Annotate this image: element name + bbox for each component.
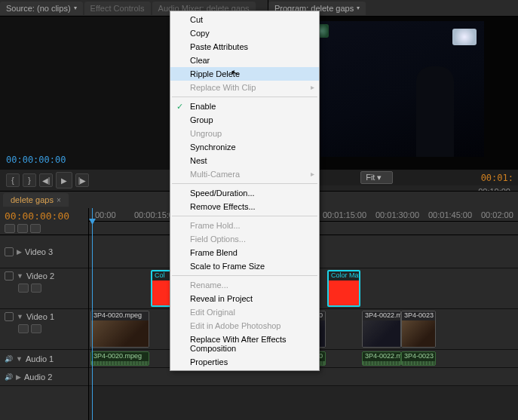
speaker-icon[interactable]: 🔊 [5, 355, 13, 363]
menu-item-multi-camera: Multi-Camera [170, 167, 319, 181]
clip-video[interactable]: 3P4-0020.mpeg [90, 311, 149, 348]
menu-item-frame-hold: Frame Hold... [170, 219, 319, 232]
eye-icon[interactable] [5, 312, 14, 321]
menu-item-replace-with-clip: Replace With Clip [170, 81, 319, 94]
menu-item-label: Speed/Duration... [190, 189, 255, 198]
menu-item-ungroup: Ungroup [170, 127, 319, 140]
menu-item-properties[interactable]: Properties [170, 355, 319, 369]
clip-label: 3P4-0022.m [363, 311, 400, 320]
eye-icon[interactable] [5, 271, 14, 281]
menu-item-group[interactable]: Group [170, 113, 319, 127]
menu-item-label: Enable [190, 102, 216, 111]
collapse-icon[interactable]: ▼ [16, 355, 23, 363]
menu-item-label: Edit Original [190, 308, 235, 317]
playhead[interactable] [92, 208, 93, 420]
track-label: Video 1 [26, 312, 54, 321]
menu-item-label: Clear [190, 56, 210, 65]
menu-item-label: Paste Attributes [190, 42, 248, 51]
clip-audio[interactable]: 3P4-0022.m [362, 351, 401, 366]
menu-item-rename: Rename... [170, 278, 319, 292]
menu-item-cut[interactable]: Cut [170, 13, 319, 26]
step-fwd-button[interactable]: |▶ [75, 173, 89, 187]
clip-thumbnail [363, 320, 400, 347]
menu-separator [172, 216, 317, 216]
clip-audio[interactable]: 3P4-0020.mpeg [90, 351, 149, 366]
menu-item-reveal-in-project[interactable]: Reveal in Project [170, 292, 319, 305]
eye-icon[interactable] [5, 247, 14, 256]
track-head-v1[interactable]: ▼ Video 1 [0, 309, 88, 350]
clip-audio[interactable]: 3P4-0023 [401, 351, 436, 366]
menu-item-label: Rename... [190, 281, 228, 290]
ruler-tick: 00:00 [95, 210, 116, 219]
track-option[interactable] [31, 324, 41, 333]
menu-item-frame-blend[interactable]: Frame Blend [170, 246, 319, 259]
mark-out-button[interactable]: } [23, 173, 36, 187]
settings-button[interactable] [30, 224, 41, 233]
sequence-tab[interactable]: delete gaps× [3, 193, 69, 207]
menu-item-scale-to-frame-size[interactable]: Scale to Frame Size [170, 259, 319, 273]
menu-item-replace-with-after-effects-composition[interactable]: Replace With After Effects Composition [170, 333, 319, 355]
clip-color-matte[interactable]: Color Matt [327, 270, 360, 307]
collapse-icon[interactable]: ▶ [16, 373, 21, 381]
tab-source[interactable]: Source: (no clips)▾ [0, 2, 83, 15]
track-header-column: 00:00:00:00 ▶ Video 3 ▼ Video 2 [0, 208, 89, 420]
track-option[interactable] [18, 284, 29, 293]
menu-item-label: Frame Hold... [190, 221, 241, 230]
menu-item-label: Copy [190, 29, 210, 38]
clip-thumbnail [402, 320, 435, 347]
menu-item-label: Field Options... [190, 235, 246, 244]
menu-item-clear[interactable]: Clear [170, 54, 319, 67]
menu-item-field-options: Field Options... [170, 232, 319, 246]
collapse-icon[interactable]: ▶ [17, 248, 22, 256]
clip-video[interactable]: 3P4-0023 [401, 311, 436, 348]
ruler-tick: 00:01:30:00 [375, 210, 419, 219]
tab-source-label: Source: (no clips) [6, 4, 71, 13]
menu-item-nest[interactable]: Nest [170, 154, 319, 167]
track-label: Audio 2 [24, 372, 52, 382]
clip-thumbnail [91, 320, 149, 347]
track-option[interactable] [31, 284, 41, 293]
tab-effect-controls[interactable]: Effect Controls [84, 2, 151, 15]
menu-item-paste-attributes[interactable]: Paste Attributes [170, 40, 319, 54]
menu-item-enable[interactable]: ✓Enable [170, 100, 319, 113]
track-option[interactable] [18, 324, 29, 333]
marker-button[interactable] [17, 224, 28, 233]
play-button[interactable]: ▶ [56, 172, 72, 189]
ruler-tick: 00:02:00 [481, 210, 513, 219]
clip-video[interactable]: 3P4-0022.m [362, 311, 401, 348]
menu-item-label: Group [190, 115, 213, 124]
menu-item-remove-effects[interactable]: Remove Effects... [170, 200, 319, 213]
menu-item-copy[interactable]: Copy [170, 26, 319, 40]
track-head-v2[interactable]: ▼ Video 2 [0, 268, 88, 309]
menu-item-speed-duration[interactable]: Speed/Duration... [170, 186, 319, 200]
ruler-tick: 00:01:15:00 [323, 210, 366, 219]
menu-item-label: Ungroup [190, 129, 222, 138]
track-head-a2[interactable]: 🔊 ▶ Audio 2 [0, 368, 88, 386]
close-icon[interactable]: × [57, 196, 61, 204]
menu-item-ripple-delete[interactable]: Ripple Delete [170, 67, 319, 81]
preview-silhouette [416, 66, 454, 157]
menu-item-label: Multi-Camera [190, 170, 240, 179]
menu-separator [172, 183, 317, 184]
menu-item-label: Edit in Adobe Photoshop [190, 321, 280, 330]
menu-item-label: Frame Blend [190, 248, 238, 257]
track-head-a1[interactable]: 🔊 ▼ Audio 1 [0, 350, 88, 368]
step-back-button[interactable]: ◀| [39, 173, 53, 187]
collapse-icon[interactable]: ▼ [17, 313, 23, 320]
track-label: Video 2 [26, 271, 54, 281]
zoom-select[interactable]: Fit ▾ [360, 171, 393, 184]
menu-item-label: Remove Effects... [190, 202, 256, 211]
program-timecode-right[interactable]: 00:01: [481, 173, 513, 183]
menu-separator [172, 97, 317, 97]
track-head-v3[interactable]: ▶ Video 3 [0, 235, 88, 268]
menu-item-edit-in-adobe-photoshop: Edit in Adobe Photoshop [170, 319, 319, 333]
menu-item-synchronize[interactable]: Synchronize [170, 140, 319, 154]
collapse-icon[interactable]: ▼ [17, 272, 23, 280]
context-menu[interactable]: CutCopyPaste AttributesClearRipple Delet… [170, 11, 320, 371]
snap-toggle[interactable] [5, 224, 15, 233]
menu-item-label: Replace With After Effects Composition [190, 335, 287, 353]
timeline-timecode[interactable]: 00:00:00:00 [5, 210, 84, 222]
source-timecode[interactable]: 00:00:00:00 [6, 155, 66, 165]
mark-in-button[interactable]: { [6, 173, 20, 187]
speaker-icon[interactable]: 🔊 [5, 373, 13, 381]
